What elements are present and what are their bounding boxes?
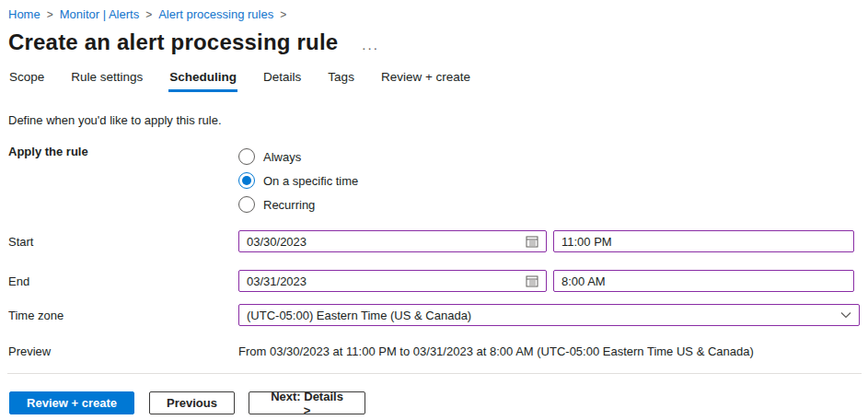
start-date-value: 03/30/2023 [247, 235, 307, 249]
time-zone-dropdown[interactable]: (UTC-05:00) Eastern Time (US & Canada) [238, 304, 860, 326]
end-label: End [8, 274, 238, 288]
radio-selected-icon[interactable] [238, 172, 255, 189]
apply-the-rule-radio-group: Always On a specific time Recurring [238, 145, 358, 216]
end-date-value: 03/31/2023 [247, 274, 307, 288]
radio-option-always[interactable]: Always [238, 145, 358, 169]
title-row: Create an alert processing rule ... [8, 29, 861, 55]
tab-tags[interactable]: Tags [327, 70, 355, 92]
tab-scope[interactable]: Scope [8, 70, 45, 92]
review-create-button[interactable]: Review + create [9, 391, 134, 414]
end-time-input[interactable]: 8:00 AM [553, 270, 854, 292]
next-details-button[interactable]: Next: Details > [249, 391, 365, 414]
create-alert-processing-rule-page: Home > Monitor | Alerts > Alert processi… [0, 0, 868, 414]
radio-icon[interactable] [238, 196, 255, 213]
radio-option-on-a-specific-time[interactable]: On a specific time [238, 169, 358, 192]
tab-rule-settings[interactable]: Rule settings [70, 70, 144, 92]
apply-the-rule-row: Apply the rule Always On a specific time… [8, 145, 861, 216]
end-date-input[interactable]: 03/31/2023 [238, 270, 547, 292]
time-zone-value: (UTC-05:00) Eastern Time (US & Canada) [247, 309, 471, 322]
breadcrumb-separator: > [145, 8, 152, 21]
preview-label: Preview [8, 344, 238, 358]
radio-option-label: On a specific time [263, 174, 358, 188]
chevron-down-icon [840, 311, 851, 319]
calendar-icon[interactable] [526, 235, 538, 248]
breadcrumb-separator: > [280, 8, 286, 21]
previous-button[interactable]: Previous [149, 391, 235, 414]
footer-divider [7, 373, 862, 374]
breadcrumb-monitor-alerts-link[interactable]: Monitor | Alerts [60, 7, 139, 21]
radio-option-label: Always [263, 150, 301, 164]
scheduling-description: Define when you'd like to apply this rul… [8, 113, 861, 127]
preview-row: Preview From 03/30/2023 at 11:00 PM to 0… [8, 344, 861, 358]
start-time-value: 11:00 PM [561, 235, 612, 249]
time-zone-row: Time zone (UTC-05:00) Eastern Time (US &… [8, 304, 861, 326]
preview-value: From 03/30/2023 at 11:00 PM to 03/31/202… [238, 344, 754, 358]
wizard-tabs: Scope Rule settings Scheduling Details T… [8, 70, 861, 92]
breadcrumb-separator: > [47, 8, 53, 21]
more-actions-icon[interactable]: ... [362, 37, 379, 52]
radio-icon[interactable] [238, 148, 255, 165]
apply-the-rule-label: Apply the rule [8, 145, 238, 158]
start-row: Start 03/30/2023 11:00 PM [8, 230, 861, 252]
breadcrumb: Home > Monitor | Alerts > Alert processi… [8, 7, 861, 21]
tab-details[interactable]: Details [262, 70, 302, 92]
start-label: Start [8, 235, 238, 249]
page-title: Create an alert processing rule [8, 29, 338, 55]
breadcrumb-alert-processing-rules-link[interactable]: Alert processing rules [158, 7, 273, 21]
tab-scheduling[interactable]: Scheduling [168, 70, 237, 92]
start-date-input[interactable]: 03/30/2023 [238, 230, 547, 252]
radio-option-label: Recurring [263, 198, 315, 212]
radio-option-recurring[interactable]: Recurring [238, 192, 358, 216]
start-time-input[interactable]: 11:00 PM [553, 230, 854, 252]
end-row: End 03/31/2023 8:00 AM [8, 270, 861, 292]
calendar-icon[interactable] [526, 274, 538, 287]
time-zone-label: Time zone [8, 309, 238, 322]
footer-buttons: Review + create Previous Next: Details > [8, 391, 861, 414]
breadcrumb-home-link[interactable]: Home [8, 7, 41, 21]
tab-review-create[interactable]: Review + create [380, 70, 471, 92]
end-time-value: 8:00 AM [561, 274, 606, 288]
